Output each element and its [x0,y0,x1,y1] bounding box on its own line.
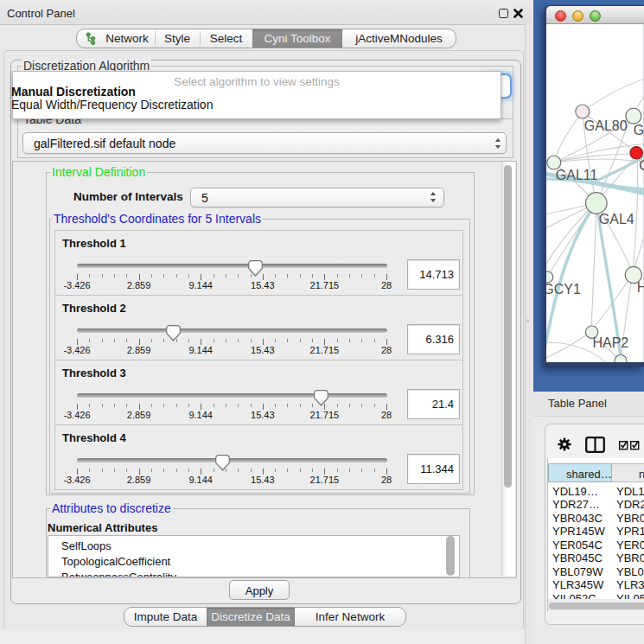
svg-text:CYC8: CYC8 [639,158,643,173]
svg-text:GAL80: GAL80 [584,119,628,134]
svg-text:HAP2: HAP2 [593,335,629,350]
svg-text:GAL3: GAL3 [634,124,644,138]
svg-text:GAL11: GAL11 [556,168,598,182]
svg-text:GAL4: GAL4 [599,212,634,226]
svg-text:GCY1: GCY1 [546,282,581,296]
svg-text:HIS4: HIS4 [637,280,644,295]
